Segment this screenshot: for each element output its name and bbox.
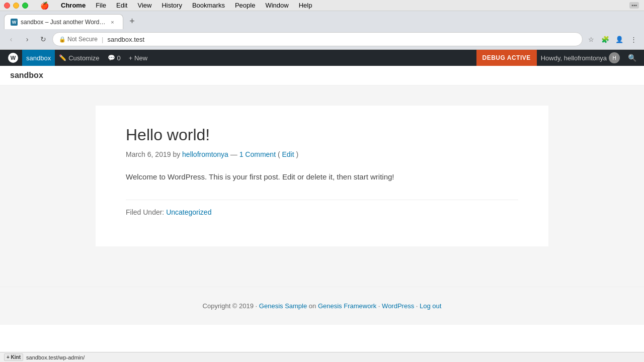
help-menu-item[interactable]: Help bbox=[295, 1, 316, 10]
forward-icon: › bbox=[26, 35, 29, 43]
user-avatar: H bbox=[609, 52, 620, 63]
wp-logo-button[interactable]: W bbox=[4, 50, 22, 66]
wordpress-link[interactable]: WordPress bbox=[382, 302, 414, 310]
footer-on-text: on bbox=[309, 302, 318, 310]
new-tab-button[interactable]: + bbox=[125, 14, 139, 28]
post-meta: March 6, 2019 by hellofromtonya — 1 Comm… bbox=[126, 150, 518, 158]
tab-favicon: W bbox=[11, 19, 18, 26]
logout-link[interactable]: Log out bbox=[420, 302, 441, 310]
site-title: sandbox bbox=[10, 71, 43, 79]
wp-sandbox-link[interactable]: sandbox bbox=[22, 50, 55, 66]
browser-chrome: W sandbox – Just another Word… × + ‹ › ↻… bbox=[0, 11, 644, 50]
address-actions: ☆ 🧩 👤 ⋮ bbox=[585, 33, 640, 46]
site-header-bar: sandbox bbox=[0, 66, 644, 85]
history-menu-item[interactable]: History bbox=[157, 1, 186, 10]
post-title: Hello world! bbox=[126, 126, 518, 144]
window-menu-item[interactable]: Window bbox=[261, 1, 292, 10]
more-options-button[interactable]: ⋮ bbox=[627, 33, 640, 46]
traffic-lights bbox=[4, 3, 28, 9]
footer-sep2: · bbox=[416, 302, 420, 310]
minimize-window-button[interactable] bbox=[13, 3, 19, 9]
genesis-framework-link[interactable]: Genesis Framework bbox=[318, 302, 376, 310]
view-menu-item[interactable]: View bbox=[133, 1, 155, 10]
back-icon: ‹ bbox=[10, 35, 13, 43]
post-meta-paren-close: ) bbox=[296, 150, 299, 158]
address-bar: ‹ › ↻ 🔒 Not Secure | sandbox.test ☆ 🧩 👤 … bbox=[0, 29, 644, 49]
post-meta-separator: — bbox=[230, 150, 239, 158]
wp-customize-link[interactable]: ✏️ Customize bbox=[55, 50, 103, 66]
maximize-window-button[interactable] bbox=[22, 3, 28, 9]
customize-pencil-icon: ✏️ bbox=[59, 54, 66, 61]
post-comments-link[interactable]: 1 Comment bbox=[239, 150, 276, 158]
content-area: Hello world! March 6, 2019 by hellofromt… bbox=[96, 106, 548, 246]
tab-title: sandbox – Just another Word… bbox=[21, 19, 106, 26]
title-bar-right: ▪▪▪ bbox=[628, 2, 640, 9]
active-tab[interactable]: W sandbox – Just another Word… × bbox=[4, 14, 123, 29]
footer-sep1: · bbox=[378, 302, 382, 310]
status-bar: + Kint sandbox.test/wp-admin/ bbox=[0, 352, 644, 362]
genesis-sample-link[interactable]: Genesis Sample bbox=[259, 302, 307, 310]
wp-user-menu[interactable]: Howdy, hellofromtonya H bbox=[537, 50, 624, 66]
back-button[interactable]: ‹ bbox=[4, 32, 18, 46]
debug-active-badge: DEBUG ACTIVE bbox=[476, 50, 537, 66]
bookmarks-menu-item[interactable]: Bookmarks bbox=[188, 1, 229, 10]
forward-button[interactable]: › bbox=[20, 32, 34, 46]
post-edit-link[interactable]: Edit bbox=[282, 150, 294, 158]
menu-bar: 🍎 Chrome File Edit View History Bookmark… bbox=[36, 1, 316, 10]
post-author-link[interactable]: hellofromtonya bbox=[182, 150, 228, 158]
people-menu-item[interactable]: People bbox=[231, 1, 259, 10]
profile-button[interactable]: 👤 bbox=[613, 33, 626, 46]
refresh-button[interactable]: ↻ bbox=[36, 32, 50, 46]
post-meta-paren-open: ( bbox=[278, 150, 280, 158]
chrome-menu-item[interactable]: Chrome bbox=[57, 1, 90, 10]
wp-search-button[interactable]: 🔍 bbox=[624, 50, 640, 66]
title-bar: 🍎 Chrome File Edit View History Bookmark… bbox=[0, 0, 644, 11]
lock-icon: 🔒 bbox=[59, 36, 66, 43]
kint-toggle[interactable]: + Kint bbox=[4, 353, 23, 361]
edit-menu-item[interactable]: Edit bbox=[112, 1, 131, 10]
filed-under-label: Filed Under: bbox=[126, 208, 164, 216]
not-secure-indicator: 🔒 Not Secure bbox=[59, 36, 98, 43]
tab-close-button[interactable]: × bbox=[109, 18, 117, 26]
wp-comments-link[interactable]: 💬 0 bbox=[104, 50, 125, 66]
close-window-button[interactable] bbox=[4, 3, 10, 9]
post-content: Welcome to WordPress. This is your first… bbox=[126, 170, 518, 184]
wp-logo-icon: W bbox=[8, 53, 18, 63]
wp-admin-bar: W sandbox ✏️ Customize 💬 0 + New DEBUG A… bbox=[0, 50, 644, 66]
status-url: sandbox.test/wp-admin/ bbox=[26, 354, 85, 360]
post-category-link[interactable]: Uncategorized bbox=[166, 208, 211, 216]
site-footer: Copyright © 2019 · Genesis Sample on Gen… bbox=[0, 287, 644, 325]
apple-menu[interactable]: 🍎 bbox=[36, 1, 53, 10]
tab-bar: W sandbox – Just another Word… × + bbox=[0, 11, 644, 29]
comments-bubble-icon: 💬 bbox=[108, 54, 115, 61]
footer-copyright: Copyright © 2019 · bbox=[203, 302, 258, 310]
post-footer: Filed Under: Uncategorized bbox=[126, 200, 518, 216]
address-input[interactable]: 🔒 Not Secure | sandbox.test bbox=[52, 32, 583, 46]
sys-status-icon: ▪▪▪ bbox=[629, 2, 639, 9]
refresh-icon: ↻ bbox=[40, 35, 46, 43]
extensions-button[interactable]: 🧩 bbox=[599, 33, 612, 46]
title-bar-left: 🍎 Chrome File Edit View History Bookmark… bbox=[4, 1, 316, 10]
post-date: March 6, 2019 by bbox=[126, 150, 182, 158]
url-display: sandbox.test bbox=[107, 36, 144, 43]
address-divider: | bbox=[102, 36, 103, 43]
wp-new-link[interactable]: + New bbox=[125, 50, 151, 66]
page-content: Hello world! March 6, 2019 by hellofromt… bbox=[0, 85, 644, 287]
file-menu-item[interactable]: File bbox=[92, 1, 110, 10]
bookmark-star-button[interactable]: ☆ bbox=[585, 33, 598, 46]
wp-admin-bar-right: DEBUG ACTIVE Howdy, hellofromtonya H 🔍 bbox=[476, 50, 640, 66]
